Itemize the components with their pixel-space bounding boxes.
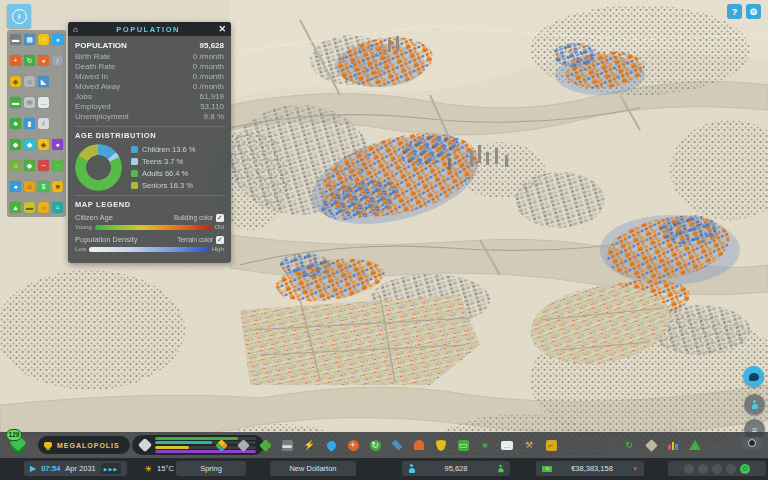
citizen-icon — [751, 400, 758, 409]
fisheries-infoview-button[interactable]: ≈ — [52, 202, 63, 213]
happiness-face-inactive — [712, 464, 722, 474]
stat-row: Unemployment9.8 % — [75, 112, 224, 122]
deathcare-infoview-button[interactable]: ⌂ — [24, 76, 35, 87]
landscaping-button[interactable] — [258, 438, 272, 452]
education-infoview-button[interactable]: ◣ — [38, 76, 49, 87]
photo-mode-button[interactable] — [742, 437, 762, 449]
police-button[interactable] — [434, 438, 448, 452]
police-infoview-button[interactable]: ◆ — [10, 76, 21, 87]
map-tiles-icon — [645, 439, 658, 452]
happiness-face-inactive — [698, 464, 708, 474]
land-value-infoview-button[interactable]: ⌂ — [10, 160, 21, 171]
education-button[interactable] — [390, 438, 404, 452]
play-icon[interactable]: ▶ — [30, 464, 36, 473]
milestone-pill[interactable]: MEGALOPOLIS — [38, 436, 130, 454]
fire-rescue-button[interactable] — [412, 438, 426, 452]
terraforming-button[interactable]: ⚒ — [522, 438, 536, 452]
happiness-pill[interactable]: ☺ — [668, 461, 766, 476]
economy-info-infoview-button[interactable]: $ — [38, 181, 49, 192]
workplaces-infoview-button[interactable]: ■ — [52, 181, 63, 192]
electricity-button[interactable]: ⚡ — [302, 438, 316, 452]
roads-icon: ▬ — [282, 440, 293, 451]
communications-icon: … — [501, 441, 513, 450]
tourism-infoview-button[interactable]: ▮ — [24, 118, 35, 129]
help-icon: ? — [732, 7, 738, 17]
transportation-button[interactable]: ▭ — [456, 438, 470, 452]
checkbox[interactable]: ✓ — [216, 214, 224, 222]
roads-button[interactable]: ▬ — [280, 438, 294, 452]
healthcare-button[interactable]: + — [346, 438, 360, 452]
legend-swatch — [131, 146, 138, 153]
statistics-icon — [667, 440, 679, 450]
close-icon[interactable]: ✕ — [218, 24, 226, 34]
communications-button[interactable]: … — [500, 438, 514, 452]
economy-button[interactable]: ↻ — [622, 438, 636, 452]
xp-level-badge[interactable]: 129 — [8, 435, 28, 455]
mail-infoview-button[interactable]: ✉ — [24, 97, 35, 108]
parks-recreation-button[interactable]: ♣ — [478, 438, 492, 452]
maintenance-infoview-button[interactable]: / — [52, 55, 63, 66]
city-crystal-icon — [138, 438, 152, 452]
population-panel-header[interactable]: ⌂ POPULATION ✕ — [68, 22, 231, 36]
water-flow-infoview-button[interactable]: ◆ — [24, 139, 35, 150]
water-sewage-button[interactable] — [324, 438, 338, 452]
natural-resources-button[interactable] — [688, 438, 702, 452]
money-pill[interactable]: €38,383,158 ▼ — [536, 461, 644, 476]
population-pill[interactable]: 95,628 — [402, 461, 510, 476]
routes-infoview-button[interactable]: ~ — [38, 160, 49, 171]
zoning-button[interactable] — [214, 438, 228, 452]
legend-swatch — [131, 182, 138, 189]
resources-infoview-button[interactable]: ▲ — [10, 202, 21, 213]
clock-time: 07:54 — [41, 464, 60, 473]
chirper-button[interactable] — [743, 366, 764, 387]
followed-citizen-button[interactable] — [744, 394, 765, 415]
infoviews-toggle-button[interactable]: i — [7, 4, 31, 28]
electricity-infoview-button[interactable]: ⚡ — [38, 34, 49, 45]
speed-control[interactable]: ▶▶▶ — [101, 463, 122, 474]
districts-button[interactable] — [236, 438, 250, 452]
age-donut-chart — [75, 144, 122, 191]
divider — [75, 126, 224, 127]
district-pill[interactable]: New Dollarton — [270, 461, 356, 476]
transportation-infoview-button[interactable]: ▬ — [10, 97, 21, 108]
wildlife-infoview-button[interactable]: · — [52, 160, 63, 171]
police-icon — [436, 440, 446, 451]
roads-infoview-button[interactable]: ▬ — [10, 34, 21, 45]
districts-icon — [237, 439, 250, 452]
map-tiles-button[interactable] — [644, 438, 658, 452]
time-controls[interactable]: ▶ 07:54 Apr 2031 ▶▶▶ — [24, 461, 127, 476]
info-icon: i — [12, 9, 27, 24]
settings-button[interactable]: ⚙ — [746, 4, 761, 19]
map-legend-title: MAP LEGEND — [75, 200, 224, 209]
pollution-infoview-button[interactable]: ● — [52, 139, 63, 150]
checkbox[interactable]: ✓ — [216, 236, 224, 244]
terrain-infoview-button[interactable]: ◆ — [10, 139, 21, 150]
garbage-button[interactable]: ↻ — [368, 438, 382, 452]
communications-infoview-button[interactable]: … — [38, 97, 49, 108]
banknote-icon — [542, 466, 552, 472]
happiness-infoview-button[interactable]: ☺ — [24, 181, 35, 192]
legend-swatch — [131, 170, 138, 177]
garbage-infoview-button[interactable]: ↻ — [24, 55, 35, 66]
fire-rescue-infoview-button[interactable]: ● — [38, 55, 49, 66]
parks-infoview-button[interactable]: ♣ — [10, 118, 21, 129]
wind-infoview-button[interactable]: ◆ — [38, 139, 49, 150]
money-trend-down-icon: ▼ — [632, 466, 638, 472]
chirper-bird-icon — [749, 373, 759, 381]
water-sewage-icon — [325, 439, 338, 452]
vegetation-infoview-button[interactable]: ◆ — [24, 160, 35, 171]
noise-infoview-button[interactable]: ∩ — [38, 202, 49, 213]
water-infoview-button[interactable]: ● — [52, 34, 63, 45]
help-button[interactable]: ? — [727, 4, 742, 19]
signature-infoview-button[interactable]: / — [38, 118, 49, 129]
main-toolbar: 129 MEGALOPOLIS ▬⚡+↻▭♣…⚒⌐↻ — [0, 432, 768, 458]
stat-row: POPULATION95,628 — [75, 40, 224, 52]
fertile-land-infoview-button[interactable]: ▬ — [24, 202, 35, 213]
healthcare-infoview-button[interactable]: + — [10, 55, 21, 66]
statistics-button[interactable] — [666, 438, 680, 452]
construction-icon: ⌐ — [546, 440, 557, 451]
natural-resources-icon — [689, 440, 701, 450]
population-info-infoview-button[interactable]: ● — [10, 181, 21, 192]
construction-button[interactable]: ⌐ — [544, 438, 558, 452]
buildings-infoview-button[interactable]: ▦ — [24, 34, 35, 45]
